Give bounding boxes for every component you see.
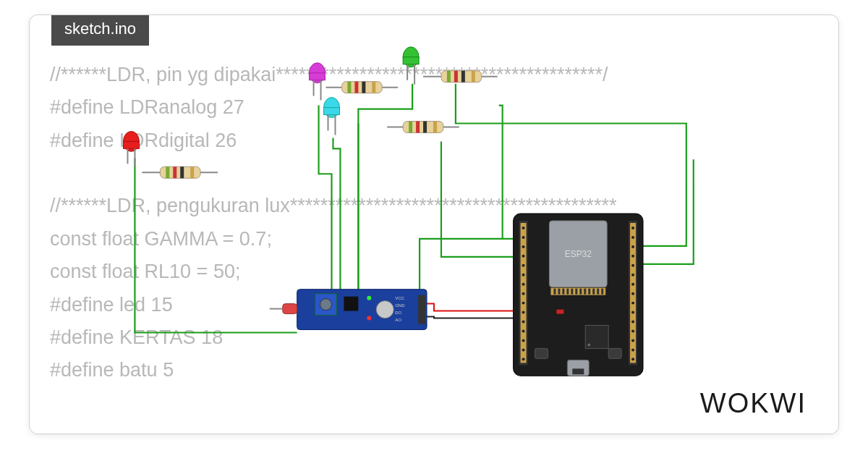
- resistor-3[interactable]: [387, 121, 459, 132]
- svg-rect-109: [572, 368, 584, 374]
- svg-rect-18: [166, 166, 169, 178]
- svg-point-84: [631, 321, 634, 324]
- svg-point-60: [522, 236, 525, 239]
- svg-rect-39: [472, 71, 475, 83]
- filename-label: sketch.ino: [64, 20, 136, 38]
- svg-point-62: [522, 255, 525, 258]
- svg-rect-38: [461, 71, 465, 83]
- svg-point-72: [522, 348, 525, 351]
- svg-rect-25: [354, 82, 358, 93]
- svg-point-45: [367, 296, 371, 300]
- svg-point-71: [522, 339, 525, 342]
- svg-point-64: [522, 274, 525, 276]
- svg-point-76: [631, 245, 634, 248]
- svg-point-61: [522, 245, 525, 248]
- svg-rect-19: [173, 166, 176, 178]
- svg-rect-93: [562, 289, 564, 295]
- svg-rect-94: [566, 289, 569, 295]
- svg-point-88: [631, 358, 634, 360]
- svg-rect-106: [535, 348, 548, 358]
- svg-point-85: [631, 329, 634, 332]
- ldr-module[interactable]: VCC GND DO AO: [270, 290, 427, 330]
- svg-point-86: [631, 339, 634, 342]
- svg-point-42: [320, 299, 332, 311]
- svg-rect-91: [553, 289, 556, 295]
- svg-point-43: [376, 301, 393, 318]
- svg-rect-100: [592, 289, 595, 295]
- svg-point-66: [522, 292, 525, 295]
- svg-point-74: [631, 227, 634, 229]
- svg-point-46: [367, 316, 371, 321]
- svg-rect-1: [123, 141, 139, 148]
- svg-rect-13: [403, 57, 419, 64]
- svg-rect-36: [447, 71, 451, 83]
- svg-rect-99: [588, 289, 590, 295]
- svg-rect-24: [347, 82, 351, 93]
- svg-point-67: [522, 302, 525, 305]
- svg-rect-9: [324, 108, 340, 115]
- file-tab[interactable]: sketch.ino: [51, 14, 149, 46]
- svg-point-78: [631, 264, 634, 267]
- svg-point-104: [587, 343, 590, 346]
- svg-point-87: [631, 348, 634, 351]
- svg-point-82: [631, 302, 634, 305]
- svg-rect-97: [579, 289, 582, 295]
- svg-point-83: [631, 311, 634, 314]
- svg-text:AO: AO: [395, 318, 401, 322]
- svg-point-79: [631, 274, 634, 276]
- resistor-4[interactable]: [423, 71, 498, 83]
- svg-rect-102: [601, 289, 603, 295]
- svg-point-65: [522, 283, 525, 286]
- svg-rect-26: [362, 82, 365, 93]
- svg-rect-95: [571, 289, 573, 295]
- svg-point-69: [522, 321, 525, 324]
- svg-rect-21: [190, 166, 194, 178]
- svg-rect-33: [433, 121, 437, 132]
- svg-rect-27: [372, 82, 375, 93]
- resistor-1[interactable]: [142, 166, 218, 178]
- chip-label: ESP32: [565, 249, 592, 259]
- svg-point-59: [522, 227, 525, 229]
- led-green[interactable]: [403, 47, 419, 85]
- svg-rect-31: [416, 121, 420, 132]
- svg-rect-105: [556, 310, 563, 314]
- svg-rect-32: [423, 121, 427, 132]
- svg-rect-30: [409, 121, 412, 132]
- svg-rect-98: [584, 289, 586, 295]
- svg-text:GND: GND: [395, 303, 405, 308]
- svg-text:VCC: VCC: [395, 296, 404, 300]
- svg-rect-96: [575, 289, 577, 295]
- svg-rect-20: [180, 166, 184, 178]
- svg-text:DO: DO: [395, 311, 401, 315]
- svg-rect-5: [310, 73, 326, 80]
- svg-rect-107: [608, 348, 621, 358]
- circuit-diagram[interactable]: VCC GND DO AO: [30, 15, 838, 434]
- svg-point-68: [522, 311, 525, 314]
- svg-point-70: [522, 329, 525, 332]
- led-red[interactable]: [123, 131, 139, 166]
- svg-point-63: [522, 264, 525, 267]
- svg-point-81: [631, 292, 634, 295]
- led-magenta[interactable]: [310, 63, 326, 101]
- wire-power: [420, 304, 514, 311]
- wire-gnd: [420, 317, 514, 318]
- svg-rect-51: [418, 295, 425, 324]
- editor-canvas: sketch.ino //******LDR, pin yg dipakai**…: [29, 14, 839, 434]
- svg-point-73: [522, 358, 525, 360]
- esp32-board[interactable]: ESP32: [514, 214, 643, 376]
- svg-rect-37: [454, 71, 458, 83]
- svg-rect-92: [558, 289, 560, 295]
- svg-rect-52: [283, 304, 297, 314]
- wokwi-logo: WOKWI: [700, 388, 807, 419]
- svg-point-80: [631, 283, 634, 286]
- resistor-2[interactable]: [326, 82, 399, 93]
- svg-point-77: [631, 255, 634, 258]
- svg-rect-44: [344, 297, 358, 311]
- svg-rect-101: [597, 289, 599, 295]
- svg-point-75: [631, 236, 634, 239]
- led-cyan[interactable]: [324, 98, 340, 135]
